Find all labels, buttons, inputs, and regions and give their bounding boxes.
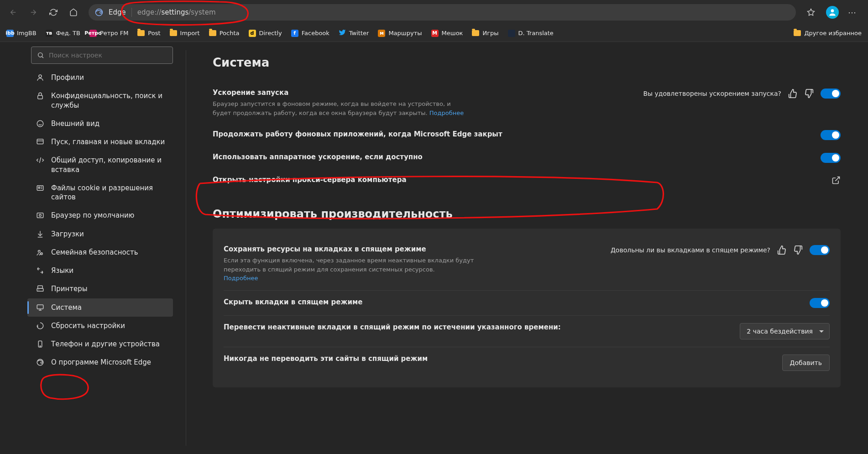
edge-logo-icon xyxy=(95,8,103,16)
bookmark-favicon: тв xyxy=(46,30,53,37)
profile-avatar[interactable] xyxy=(826,6,839,19)
favorite-button[interactable] xyxy=(802,4,820,21)
sidebar-item[interactable]: Сбросить настройки xyxy=(27,317,173,335)
sidebar-item-icon xyxy=(36,137,45,146)
sidebar-item[interactable]: Внешний вид xyxy=(27,115,173,133)
home-button[interactable] xyxy=(65,4,82,21)
bookmark-item[interactable]: dDirectly xyxy=(249,30,282,37)
menu-button[interactable]: ⋯ xyxy=(845,5,860,20)
sidebar-item-icon xyxy=(36,321,45,330)
row-title: Скрыть вкладки в спящем режиме xyxy=(224,298,362,306)
folder-icon xyxy=(794,30,801,36)
thumbs-up-icon[interactable] xyxy=(777,245,787,255)
sleep-timeout-select[interactable]: 2 часа бездействия xyxy=(740,323,830,339)
row-title: Использовать аппаратное ускорение, если … xyxy=(213,153,423,161)
svg-point-3 xyxy=(39,75,42,78)
bookmark-label: Мешок xyxy=(442,30,463,37)
toggle-hide-sleeping[interactable] xyxy=(810,298,830,308)
bookmark-item[interactable]: ММешок xyxy=(431,30,463,37)
bookmark-favicon xyxy=(170,30,177,36)
svg-rect-6 xyxy=(37,139,43,144)
thumbs-up-icon[interactable] xyxy=(788,89,798,99)
sidebar-item-icon xyxy=(36,230,45,239)
sidebar-item-label: Общий доступ, копирование и вставка xyxy=(51,156,167,174)
section-title-performance: Оптимизировать производительность xyxy=(213,208,841,220)
toggle-sleeping-tabs[interactable] xyxy=(810,245,830,255)
performance-card: Сохранять ресурсы на вкладках в спящем р… xyxy=(213,229,841,387)
sidebar-item[interactable]: Загрузки xyxy=(27,225,173,243)
bookmark-favicon: ibb xyxy=(6,30,14,37)
address-url: edge://settings/system xyxy=(137,8,216,16)
feedback-controls: Довольны ли вы вкладками в спящем режиме… xyxy=(611,245,830,255)
refresh-button[interactable] xyxy=(45,4,62,21)
bookmark-label: Игры xyxy=(482,30,498,37)
sidebar-item-icon xyxy=(36,119,45,128)
bookmark-favicon xyxy=(508,30,515,37)
row-title: Продолжать работу фоновых приложений, ко… xyxy=(213,130,502,138)
bookmark-item[interactable]: Twitter xyxy=(339,29,369,37)
section-title-system: Система xyxy=(213,56,841,69)
bookmark-item[interactable]: Pochta xyxy=(209,30,240,37)
forward-button[interactable] xyxy=(25,4,42,21)
thumbs-down-icon[interactable] xyxy=(804,89,814,99)
sidebar-item[interactable]: Пуск, главная и новые вкладки xyxy=(27,133,173,151)
sidebar-item[interactable]: Браузер по умолчанию xyxy=(27,206,173,224)
row-proxy-settings[interactable]: Открыть настройки прокси-сервера компьют… xyxy=(213,169,841,191)
bookmark-favicon: f xyxy=(291,30,298,37)
sidebar-item[interactable]: Система xyxy=(27,298,173,317)
bookmark-item[interactable]: Игры xyxy=(472,30,498,37)
add-site-button[interactable]: Добавить xyxy=(782,355,830,371)
other-bookmarks[interactable]: Другое избранное xyxy=(794,30,862,37)
search-input[interactable] xyxy=(49,52,167,59)
settings-search[interactable] xyxy=(31,47,173,64)
bookmark-item[interactable]: Import xyxy=(170,30,200,37)
row-title: Перевести неактивные вкладки в спящий ре… xyxy=(224,323,561,331)
bookmark-label: Facebook xyxy=(302,30,329,37)
bookmark-item[interactable]: Post xyxy=(137,30,160,37)
address-divider xyxy=(131,8,132,17)
sidebar-item[interactable]: Файлы cookie и разрешения сайтов xyxy=(27,179,173,207)
row-background-apps: Продолжать работу фоновых приложений, ко… xyxy=(213,124,841,146)
sidebar-item-label: Принтеры xyxy=(51,284,88,293)
sidebar-item[interactable]: Общий доступ, копирование и вставка xyxy=(27,151,173,179)
svg-rect-8 xyxy=(38,187,40,188)
bookmark-item[interactable]: РетроРетро FM xyxy=(89,30,128,37)
sidebar-item[interactable]: Семейная безопасность xyxy=(27,243,173,261)
sidebar-item[interactable]: Телефон и другие устройства xyxy=(27,335,173,353)
row-title: Ускорение запуска xyxy=(213,89,634,97)
bookmark-label: Directly xyxy=(259,30,282,37)
learn-more-link[interactable]: Подробнее xyxy=(224,275,258,282)
sidebar-item[interactable]: Языки xyxy=(27,261,173,280)
bookmark-item[interactable]: твФед. ТВ xyxy=(46,30,80,37)
svg-point-17 xyxy=(40,346,41,347)
address-bar[interactable]: Edge edge://settings/system xyxy=(89,4,796,21)
learn-more-link[interactable]: Подробнее xyxy=(429,110,464,116)
sidebar-item-icon xyxy=(36,156,45,165)
toggle-startup-boost[interactable] xyxy=(821,89,841,99)
sidebar-item-label: Система xyxy=(51,303,82,312)
bookmark-item[interactable]: fFacebook xyxy=(291,30,329,37)
toolbar-right: ⋯ xyxy=(802,4,863,21)
bookmark-label: Import xyxy=(180,30,200,37)
sidebar-item[interactable]: О программе Microsoft Edge xyxy=(27,353,173,371)
row-sleep-after: Перевести неактивные вкладки в спящий ре… xyxy=(224,316,830,347)
row-sleeping-tabs: Сохранять ресурсы на вкладках в спящем р… xyxy=(224,238,830,291)
bookmark-item[interactable]: ibbImgBB xyxy=(6,30,37,37)
svg-rect-13 xyxy=(38,286,43,289)
bookmark-item[interactable]: мМаршруты xyxy=(378,30,422,37)
row-title: Сохранять ресурсы на вкладках в спящем р… xyxy=(224,245,601,253)
svg-rect-9 xyxy=(37,213,43,218)
bookmark-item[interactable]: D. Translate xyxy=(508,30,554,37)
toggle-hardware-acceleration[interactable] xyxy=(821,153,841,163)
back-button[interactable] xyxy=(5,4,22,21)
sidebar-item[interactable]: Конфиденциальность, поиск и службы xyxy=(27,87,173,115)
sidebar-item[interactable]: Принтеры xyxy=(27,280,173,298)
thumbs-down-icon[interactable] xyxy=(793,245,803,255)
bookmark-label: Pochta xyxy=(220,30,240,37)
sidebar-item-icon xyxy=(36,248,45,257)
open-external-icon xyxy=(831,176,841,185)
sidebar-item-icon xyxy=(36,211,45,220)
sidebar-item[interactable]: Профили xyxy=(27,68,173,87)
toggle-background-apps[interactable] xyxy=(821,130,841,140)
feedback-question: Довольны ли вы вкладками в спящем режиме… xyxy=(611,246,770,254)
